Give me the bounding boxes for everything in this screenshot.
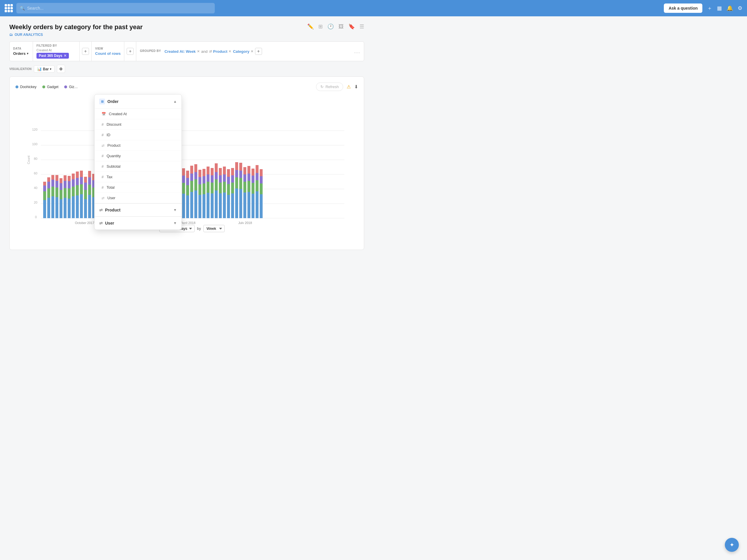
svg-rect-33	[59, 183, 62, 190]
bar-group-44	[219, 168, 222, 218]
bar-group-43	[215, 163, 218, 218]
bell-icon[interactable]: 🔔	[727, 5, 733, 11]
viz-settings-button[interactable]: ⚙	[57, 65, 65, 73]
chart-legend: Doohickey Gadget Giz…	[16, 85, 78, 89]
svg-rect-226	[252, 168, 254, 176]
field-item-product[interactable]: ⇄ Product	[95, 140, 181, 151]
grouped-by-label: GROUPED BY	[140, 49, 161, 53]
svg-rect-176	[203, 176, 205, 183]
field-item-tax[interactable]: # Tax	[95, 172, 181, 182]
group3-remove-icon[interactable]: ✕	[251, 50, 253, 53]
bookmark-icon[interactable]: 🔖	[349, 23, 355, 30]
breadcrumb-text: OUR ANALYTICS	[15, 33, 43, 37]
field-item-quantity[interactable]: # Quantity	[95, 151, 181, 161]
image-icon[interactable]: 🖼	[338, 24, 344, 30]
svg-rect-227	[256, 191, 259, 218]
field-item-id[interactable]: # ID	[95, 130, 181, 140]
add-group-button[interactable]: +	[255, 48, 262, 55]
svg-rect-203	[231, 183, 234, 193]
svg-text:20: 20	[34, 201, 37, 204]
order-chevron-up-icon: ▲	[173, 100, 177, 104]
group-chip-3[interactable]: Category ✕	[233, 49, 253, 54]
svg-rect-166	[194, 190, 197, 218]
product-group-header[interactable]: ⇄ Product ▼	[95, 203, 181, 216]
refresh-button[interactable]: ↻ Refresh	[316, 83, 343, 91]
calendar-icon: 📅	[102, 112, 106, 116]
field-label-user: User	[107, 196, 115, 200]
svg-rect-215	[243, 192, 246, 218]
add-metric-button[interactable]: +	[127, 48, 134, 55]
search-bar[interactable]: 🔍 Search...	[16, 3, 215, 14]
svg-rect-175	[203, 183, 205, 194]
more-options-button[interactable]: ...	[351, 42, 364, 61]
bar-chart-icon: 📊	[37, 67, 42, 71]
filter-remove-icon[interactable]: ✕	[63, 54, 67, 58]
svg-rect-167	[194, 179, 197, 190]
svg-text:40: 40	[34, 186, 37, 190]
menu-icon[interactable]: ☰	[360, 23, 364, 30]
download-icon[interactable]: ⬇	[354, 84, 358, 89]
bar-group-2	[47, 177, 50, 218]
field-label-product: Product	[107, 143, 121, 148]
ask-question-button[interactable]: Ask a question	[664, 3, 702, 13]
field-item-user[interactable]: ⇄ User	[95, 193, 181, 203]
plus-icon[interactable]: ＋	[707, 5, 712, 12]
svg-rect-46	[72, 174, 75, 179]
interval-select[interactable]: Week Day Month	[203, 225, 225, 232]
field-label-quantity: Quantity	[106, 154, 121, 158]
edit-icon[interactable]: ✏️	[307, 23, 314, 30]
history-icon[interactable]: 🕐	[327, 23, 334, 30]
order-group-header[interactable]: ⊞ Order ▲	[95, 95, 181, 109]
svg-rect-162	[190, 192, 193, 218]
svg-rect-234	[260, 169, 263, 176]
view-value[interactable]: Count of rows	[95, 51, 121, 56]
svg-rect-26	[51, 175, 54, 180]
field-item-created-at[interactable]: 📅 Created At	[95, 109, 181, 119]
svg-rect-21	[47, 182, 50, 188]
legend-label-doohickey: Doohickey	[20, 85, 36, 89]
gear-icon[interactable]: ⚙	[738, 5, 742, 11]
svg-rect-224	[252, 183, 254, 194]
field-item-total[interactable]: # Total	[95, 182, 181, 193]
field-label-created-at: Created At	[109, 112, 127, 116]
svg-rect-196	[223, 175, 226, 182]
svg-rect-182	[211, 193, 213, 218]
bar-group-49	[239, 163, 242, 218]
bar-group-47	[231, 168, 234, 218]
viz-type-button[interactable]: 📊 Bar ▾	[34, 65, 55, 73]
group1-remove-icon[interactable]: ✕	[197, 50, 200, 53]
svg-text:120: 120	[32, 128, 37, 131]
group-chip-1[interactable]: Created At: Week ✕	[164, 49, 200, 54]
svg-rect-172	[199, 177, 201, 184]
svg-text:October 2017: October 2017	[75, 221, 95, 224]
svg-rect-32	[59, 190, 62, 199]
hash-icon-id: #	[102, 133, 104, 137]
bar-group-48	[235, 162, 238, 218]
layout-icon[interactable]: ▦	[717, 5, 722, 11]
user-group-header[interactable]: ⇄ User ▼	[95, 216, 181, 230]
field-item-discount[interactable]: # Discount	[95, 119, 181, 130]
bar-group-3	[51, 175, 54, 218]
hash-icon-subtotal: #	[102, 164, 104, 168]
field-label-subtotal: Subtotal	[106, 164, 121, 168]
bar-group-38	[194, 164, 197, 218]
add-filter-button[interactable]: +	[82, 48, 89, 55]
bar-chart: 0 20 40 60 80 100 120 Count	[16, 96, 358, 225]
group-chip-2[interactable]: ⇄ Product ✕	[209, 49, 231, 54]
svg-rect-155	[182, 176, 185, 183]
data-value[interactable]: Orders ▾	[13, 51, 29, 56]
group2-remove-icon[interactable]: ✕	[229, 50, 231, 53]
svg-rect-54	[80, 170, 83, 177]
clone-icon[interactable]: ⊞	[318, 23, 323, 30]
svg-rect-55	[84, 199, 87, 218]
svg-rect-212	[239, 178, 242, 189]
bar-group-5	[59, 178, 62, 218]
svg-rect-20	[47, 188, 50, 198]
field-item-subtotal[interactable]: # Subtotal	[95, 161, 181, 172]
svg-rect-173	[199, 170, 201, 177]
filter-chip[interactable]: Past 365 Days ✕	[36, 53, 69, 59]
bar-group-11	[84, 177, 87, 218]
svg-rect-163	[190, 181, 193, 192]
svg-rect-221	[248, 174, 250, 181]
svg-rect-179	[207, 182, 209, 193]
